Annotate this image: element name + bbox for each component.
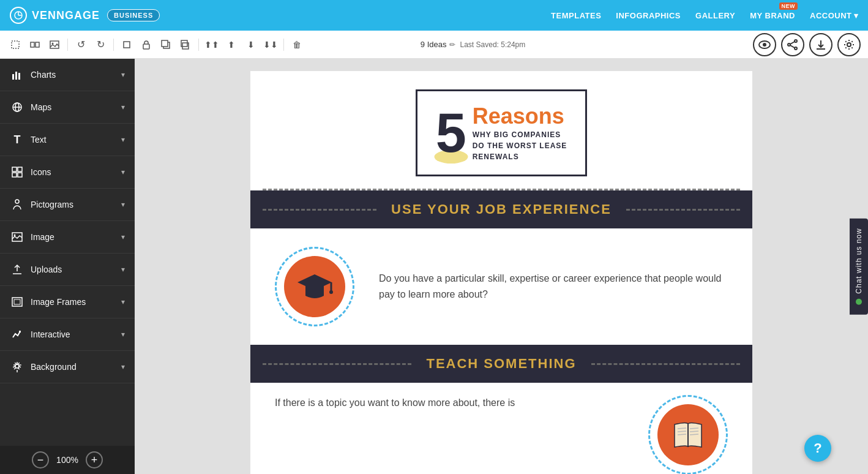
svg-point-37 <box>14 235 16 236</box>
sidebar-item-icons[interactable]: Icons ▾ <box>0 156 135 189</box>
group-btn[interactable] <box>27 37 43 53</box>
sidebar-item-maps[interactable]: Maps ▾ <box>0 91 135 124</box>
sidebar-wrapper: Charts ▾ Maps ▾ T Text ▾ Icons ▾ <box>0 59 135 474</box>
toolbar-separator4 <box>283 39 284 51</box>
crop-btn[interactable] <box>119 37 135 53</box>
grad-cap-svg <box>296 271 333 302</box>
canvas-area: 5 Reasons WHY BIG COMPANIES DO THE WORST… <box>135 59 868 474</box>
uploads-label: Uploads <box>31 265 121 274</box>
banner2-dash-left <box>263 363 411 365</box>
icons-chevron-icon: ▾ <box>121 168 125 176</box>
move-bottom-btn[interactable]: ⬇⬇ <box>263 37 279 53</box>
banner2-dash-right <box>591 363 740 365</box>
background-label: Background <box>31 362 121 372</box>
toolbar-separator3 <box>198 39 199 51</box>
infographic-canvas: 5 Reasons WHY BIG COMPANIES DO THE WORST… <box>250 71 752 462</box>
big-5-number: 5 <box>436 102 466 164</box>
image-label: Image <box>31 232 121 242</box>
banner-job-experience: USE YOUR JOB EXPERIENCE <box>250 190 752 228</box>
nav-mybrand[interactable]: NEW MY BRAND <box>750 11 795 20</box>
duplicate-btn[interactable] <box>158 37 174 53</box>
zoom-in-btn[interactable]: + <box>86 451 103 468</box>
svg-line-48 <box>678 431 686 432</box>
background-chevron-icon: ▾ <box>121 363 125 371</box>
title-box: 5 Reasons WHY BIG COMPANIES DO THE WORST… <box>416 89 588 176</box>
move-down-btn[interactable]: ⬇ <box>243 37 259 53</box>
image-frames-label: Image Frames <box>31 297 121 307</box>
lock-btn[interactable] <box>138 37 154 53</box>
sidebar: Charts ▾ Maps ▾ T Text ▾ Icons ▾ <box>0 59 135 446</box>
maps-label: Maps <box>31 102 121 112</box>
svg-point-15 <box>763 43 766 47</box>
uploads-chevron-icon: ▾ <box>121 265 125 274</box>
icons-label: Icons <box>31 167 121 177</box>
toolbar-right-actions <box>753 33 861 56</box>
book-circle-outer <box>648 395 728 474</box>
svg-rect-4 <box>31 42 34 47</box>
svg-rect-24 <box>12 74 14 80</box>
sidebar-item-interactive[interactable]: Interactive ▾ <box>0 318 135 351</box>
reasons-text: Reasons <box>473 103 567 129</box>
sidebar-item-uploads[interactable]: Uploads ▾ <box>0 254 135 286</box>
canvas-scroll[interactable]: 5 Reasons WHY BIG COMPANIES DO THE WORST… <box>135 59 868 474</box>
sidebar-item-charts[interactable]: Charts ▾ <box>0 59 135 91</box>
zoom-bar: − 100% + <box>0 446 135 474</box>
sidebar-item-background[interactable]: Background ▾ <box>0 351 135 383</box>
svg-rect-9 <box>143 44 149 49</box>
zoom-out-btn[interactable]: − <box>32 451 49 468</box>
redo-btn[interactable]: ↻ <box>92 37 108 53</box>
svg-line-49 <box>678 434 686 435</box>
select-tool-btn[interactable] <box>7 37 23 53</box>
subtitle-line3: RENEWALS <box>473 151 567 162</box>
pictograms-chevron-icon: ▾ <box>121 200 125 209</box>
nav-infographics[interactable]: INFOGRAPHICS <box>616 11 681 20</box>
charts-label: Charts <box>31 70 121 80</box>
nav-templates[interactable]: TEMPLATES <box>551 11 601 20</box>
ideas-label: 9 Ideas <box>421 40 447 49</box>
interactive-chevron-icon: ▾ <box>121 330 125 339</box>
title-section: 5 Reasons WHY BIG COMPANIES DO THE WORST… <box>250 71 752 189</box>
banner1-dash-right <box>626 209 740 211</box>
banner1-title: USE YOUR JOB EXPERIENCE <box>376 201 626 217</box>
help-button[interactable]: ? <box>804 435 831 462</box>
sidebar-item-pictograms[interactable]: Pictograms ▾ <box>0 189 135 221</box>
image-frames-chevron-icon: ▾ <box>121 298 125 306</box>
sidebar-item-image[interactable]: Image ▾ <box>0 221 135 254</box>
share-btn[interactable] <box>781 33 804 56</box>
edit-ideas-icon[interactable]: ✏ <box>449 40 455 49</box>
image-btn[interactable] <box>47 37 62 53</box>
delete-btn[interactable]: 🗑 <box>289 37 305 53</box>
content-section-2: If there is a topic you want to know mor… <box>250 383 752 474</box>
title-text-area: Reasons WHY BIG COMPANIES DO THE WORST L… <box>473 103 567 162</box>
svg-rect-31 <box>12 167 17 171</box>
svg-line-20 <box>790 45 795 48</box>
sidebar-item-text[interactable]: T Text ▾ <box>0 124 135 156</box>
copy-btn[interactable] <box>178 37 193 53</box>
svg-point-35 <box>15 200 19 203</box>
move-top-btn[interactable]: ⬆⬆ <box>204 37 220 53</box>
section1-text: Do you have a particular skill, expertis… <box>379 271 728 302</box>
undo-btn[interactable]: ↺ <box>73 37 89 53</box>
sidebar-item-image-frames[interactable]: Image Frames ▾ <box>0 286 135 318</box>
download-btn[interactable] <box>809 33 832 56</box>
svg-point-17 <box>795 47 797 50</box>
interactive-icon <box>10 327 24 342</box>
chat-widget[interactable]: Chat with us now <box>850 218 868 314</box>
background-icon <box>10 359 24 374</box>
svg-point-45 <box>329 290 333 294</box>
business-badge[interactable]: BUSINESS <box>107 9 160 21</box>
banner-teach-something: TEACH SOMETHING <box>250 345 752 383</box>
svg-rect-26 <box>18 73 20 80</box>
book-circle-inner <box>657 404 719 465</box>
image-frames-icon <box>10 295 24 309</box>
section2-text: If there is a topic you want to know mor… <box>275 395 624 411</box>
svg-rect-25 <box>15 72 17 80</box>
move-up-btn[interactable]: ⬆ <box>223 37 239 53</box>
nav-gallery[interactable]: GALLERY <box>695 11 735 20</box>
settings-btn[interactable] <box>837 33 861 56</box>
preview-btn[interactable] <box>753 33 776 56</box>
section2-text-area: If there is a topic you want to know mor… <box>275 395 624 411</box>
nav-account[interactable]: ACCOUNT ▾ <box>810 11 858 20</box>
svg-rect-34 <box>18 173 22 177</box>
grad-cap-circle-outer <box>275 247 354 326</box>
